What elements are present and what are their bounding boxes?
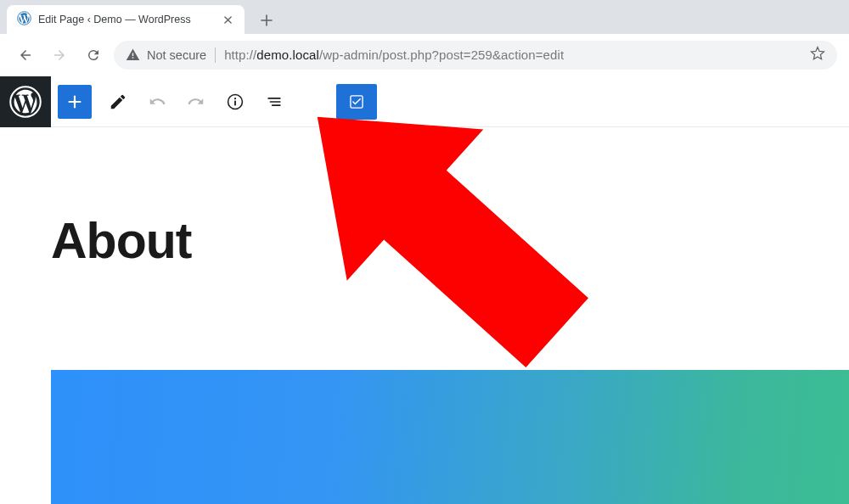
url-host: demo.local — [256, 48, 319, 62]
info-button[interactable] — [217, 84, 253, 120]
browser-tab[interactable]: Edit Page ‹ Demo — WordPress — [7, 5, 245, 34]
bookmark-star-icon[interactable] — [810, 46, 825, 64]
url-protocol: http:// — [224, 48, 256, 62]
url-text: http://demo.local/wp-admin/post.php?post… — [224, 48, 564, 62]
separator — [215, 48, 216, 63]
gradient-cover-block[interactable] — [51, 370, 849, 504]
url-path: /wp-admin/post.php?post=259&action=edit — [319, 48, 564, 62]
edit-tools-button[interactable] — [100, 84, 136, 120]
security-label: Not secure — [147, 48, 206, 62]
undo-button[interactable] — [139, 84, 175, 120]
wordpress-logo-button[interactable] — [0, 76, 51, 127]
wordpress-favicon — [17, 11, 31, 29]
editor-toolbar — [51, 76, 849, 127]
reload-button[interactable] — [80, 42, 107, 69]
editor-main: About — [51, 76, 849, 504]
editor-canvas[interactable]: About — [51, 127, 849, 504]
redo-button[interactable] — [178, 84, 214, 120]
wordpress-editor: About — [0, 76, 849, 504]
browser-address-row: Not secure http://demo.local/wp-admin/po… — [0, 34, 849, 76]
close-tab-icon[interactable] — [221, 13, 234, 26]
list-view-button[interactable] — [256, 84, 292, 120]
forward-button[interactable] — [46, 42, 73, 69]
security-status[interactable]: Not secure — [126, 48, 206, 62]
add-block-button[interactable] — [58, 85, 92, 119]
svg-point-4 — [234, 98, 236, 99]
back-button[interactable] — [12, 42, 39, 69]
tab-title-text: Edit Page ‹ Demo — WordPress — [38, 14, 214, 25]
address-bar[interactable]: Not secure http://demo.local/wp-admin/po… — [114, 41, 837, 70]
page-title[interactable]: About — [51, 212, 191, 270]
primary-action-button[interactable] — [336, 84, 377, 120]
new-tab-button[interactable] — [255, 8, 278, 32]
svg-rect-3 — [234, 100, 236, 105]
browser-tab-strip: Edit Page ‹ Demo — WordPress — [0, 0, 849, 34]
